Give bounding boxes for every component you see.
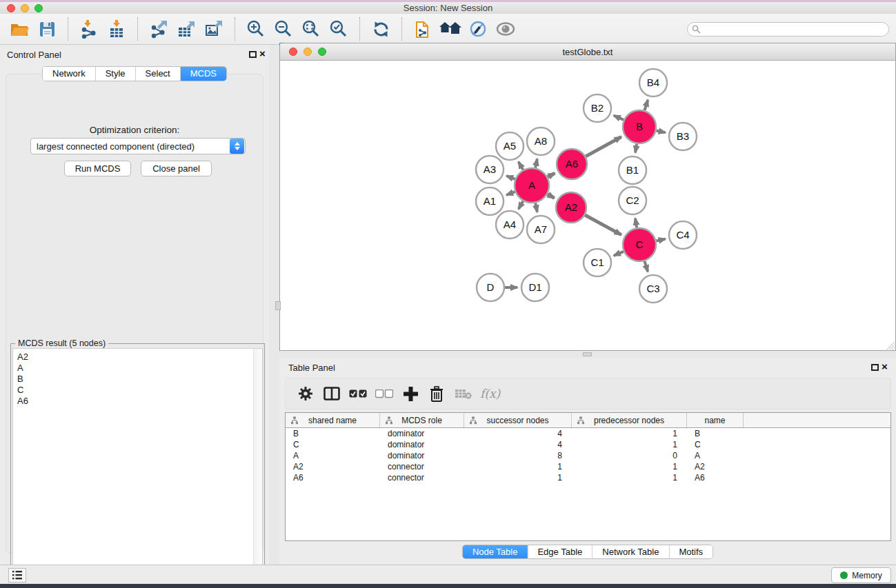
delete-table-button[interactable]: [451, 381, 475, 406]
edge-A6-B[interactable]: [586, 136, 621, 156]
save-session-button[interactable]: [33, 16, 61, 42]
delete-column-button[interactable]: [425, 381, 448, 406]
column-header-successor-nodes[interactable]: successor nodes: [464, 413, 572, 427]
tab-motifs[interactable]: Motifs: [668, 545, 713, 558]
tab-mcds[interactable]: MCDS: [180, 67, 226, 81]
edge-C-C1[interactable]: [614, 252, 624, 256]
export-network-button[interactable]: [145, 16, 172, 42]
import-table-button[interactable]: [103, 16, 130, 42]
edge-A-A2[interactable]: [548, 194, 555, 199]
mcds-result-list[interactable]: A2ABCA6: [12, 348, 263, 579]
search-input[interactable]: [687, 22, 889, 37]
cell-mcds-role[interactable]: connector: [380, 472, 464, 483]
network-vertical-scroll-thumb[interactable]: [275, 301, 281, 310]
zoom-selected-button[interactable]: [325, 16, 352, 42]
edge-B-B3[interactable]: [656, 130, 665, 132]
cell-name[interactable]: B: [687, 428, 744, 439]
node-table[interactable]: shared nameMCDS rolesuccessor nodesprede…: [285, 412, 891, 541]
open-session-button[interactable]: [6, 16, 33, 42]
select-all-button[interactable]: [346, 381, 370, 406]
result-item[interactable]: A2: [17, 352, 262, 363]
deselect-all-button[interactable]: [372, 381, 396, 406]
cell-predecessor-nodes[interactable]: 1: [572, 472, 687, 483]
cell-predecessor-nodes[interactable]: 0: [572, 450, 687, 461]
cell-shared-name[interactable]: C: [286, 439, 380, 450]
cell-mcds-role[interactable]: connector: [380, 461, 464, 472]
cell-successor-nodes[interactable]: 1: [464, 472, 572, 483]
task-history-button[interactable]: [8, 568, 26, 582]
hide-labels-button[interactable]: [464, 16, 492, 42]
edge-A-A6[interactable]: [548, 173, 555, 177]
table-row[interactable]: A6connector11A6: [286, 472, 890, 483]
network-canvas[interactable]: B4B2BB3A8A5A6A3B1AA1C2A2A4A7C4CC1C3DD1: [280, 61, 895, 350]
column-header-predecessor-nodes[interactable]: predecessor nodes: [572, 413, 687, 427]
network-horizontal-scroll-thumb[interactable]: [583, 352, 592, 356]
column-header-name[interactable]: name: [687, 413, 744, 427]
edge-A-A5[interactable]: [519, 162, 524, 170]
run-mcds-button[interactable]: Run MCDS: [64, 161, 131, 176]
tab-node-table[interactable]: Node Table: [463, 545, 528, 558]
edge-A2-C[interactable]: [585, 215, 621, 235]
import-network-button[interactable]: [75, 16, 103, 42]
cell-shared-name[interactable]: A: [286, 450, 380, 461]
column-header-mcds-role[interactable]: MCDS role: [380, 413, 464, 427]
edge-A-A3[interactable]: [506, 176, 515, 179]
show-column-button[interactable]: [320, 381, 344, 406]
table-row[interactable]: Adominator80A: [286, 450, 890, 461]
criterion-select[interactable]: largest connected component (directed): [30, 138, 246, 154]
edge-C-C4[interactable]: [656, 239, 665, 241]
function-builder-button[interactable]: f(x): [477, 387, 500, 401]
table-row[interactable]: Cdominator41C: [286, 439, 890, 450]
export-table-button[interactable]: [172, 16, 200, 42]
edge-B-B4[interactable]: [644, 100, 648, 110]
cell-name[interactable]: C: [687, 439, 744, 450]
float-panel-icon[interactable]: [249, 51, 257, 58]
cell-mcds-role[interactable]: dominator: [380, 428, 464, 439]
clone-network-button[interactable]: [409, 16, 437, 42]
table-row[interactable]: Bdominator41B: [286, 428, 890, 439]
apply-layout-button[interactable]: [367, 16, 395, 42]
result-item[interactable]: A6: [17, 396, 262, 407]
cell-shared-name[interactable]: B: [286, 428, 380, 439]
show-details-button[interactable]: [492, 16, 519, 42]
cell-predecessor-nodes[interactable]: 1: [572, 428, 687, 439]
edge-B-B2[interactable]: [614, 116, 624, 120]
result-item[interactable]: A: [17, 363, 262, 374]
table-close-icon[interactable]: ×: [882, 361, 888, 373]
tab-network[interactable]: Network: [43, 67, 95, 81]
edge-A-A8[interactable]: [535, 159, 537, 168]
cell-successor-nodes[interactable]: 8: [464, 450, 572, 461]
cell-mcds-role[interactable]: dominator: [380, 450, 464, 461]
result-item[interactable]: B: [17, 374, 262, 385]
edge-A-A1[interactable]: [506, 192, 515, 195]
tab-select[interactable]: Select: [135, 67, 180, 81]
add-column-button[interactable]: [399, 381, 422, 406]
tab-edge-table[interactable]: Edge Table: [527, 545, 592, 558]
cell-shared-name[interactable]: A6: [286, 472, 380, 483]
memory-button[interactable]: Memory: [831, 567, 891, 583]
edge-B-B1[interactable]: [635, 144, 637, 153]
tab-style[interactable]: Style: [95, 67, 135, 81]
cell-successor-nodes[interactable]: 1: [464, 461, 572, 472]
result-scrollbar[interactable]: [253, 349, 262, 578]
zoom-out-button[interactable]: [270, 16, 297, 42]
cell-predecessor-nodes[interactable]: 1: [572, 439, 687, 450]
close-panel-button[interactable]: Close panel: [141, 161, 212, 176]
edge-C-C2[interactable]: [635, 219, 637, 228]
cell-name[interactable]: A: [687, 450, 744, 461]
result-item[interactable]: C: [17, 385, 262, 396]
cell-mcds-role[interactable]: dominator: [380, 439, 464, 450]
cell-successor-nodes[interactable]: 4: [464, 428, 572, 439]
tab-network-table[interactable]: Network Table: [592, 545, 668, 558]
cell-successor-nodes[interactable]: 4: [464, 439, 572, 450]
resize-grip-icon[interactable]: [884, 341, 895, 349]
cell-name[interactable]: A2: [687, 461, 744, 472]
close-panel-icon[interactable]: ×: [259, 48, 266, 60]
edge-C-C3[interactable]: [644, 261, 648, 272]
home-button[interactable]: [437, 16, 464, 42]
zoom-in-button[interactable]: [242, 16, 270, 42]
zoom-fit-button[interactable]: [297, 16, 325, 42]
table-float-icon[interactable]: [871, 364, 879, 371]
table-settings-button[interactable]: [294, 381, 317, 406]
column-header-shared-name[interactable]: shared name: [286, 413, 380, 427]
